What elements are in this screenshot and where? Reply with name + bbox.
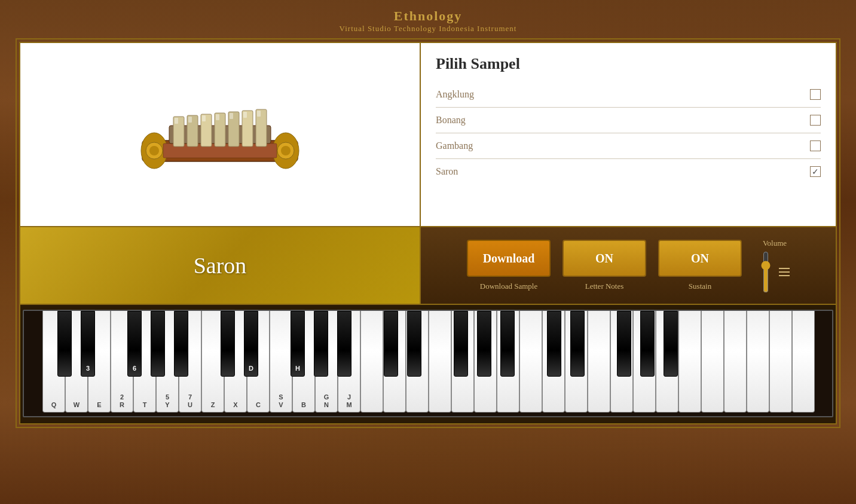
key-letter-m: M bbox=[346, 402, 351, 408]
piano-keyboard: Q W E 2 R bbox=[23, 310, 833, 417]
white-key-extra15[interactable] bbox=[678, 311, 701, 413]
black-key-3[interactable]: 6 bbox=[127, 311, 142, 377]
sample-checkbox-bonang[interactable] bbox=[810, 115, 821, 126]
keys-wrapper: Q W E 2 R bbox=[41, 311, 815, 413]
key-letter-t: T bbox=[143, 402, 147, 408]
black-key-number-h: H bbox=[295, 365, 300, 372]
key-letter-r: R bbox=[120, 402, 124, 408]
black-key-13[interactable] bbox=[454, 311, 468, 377]
white-key-extra16[interactable] bbox=[701, 311, 724, 413]
key-letter-w: W bbox=[74, 402, 80, 408]
black-key-10[interactable] bbox=[337, 311, 351, 377]
white-key-extra8[interactable] bbox=[519, 311, 542, 413]
app-subtitle: Virtual Studio Technology Indonesia Inst… bbox=[16, 24, 840, 33]
download-control-group: Download Download Sample bbox=[467, 240, 551, 291]
instrument-image-panel bbox=[20, 43, 421, 226]
black-key-11[interactable] bbox=[384, 311, 398, 377]
white-key-extra1[interactable] bbox=[360, 311, 383, 413]
key-letter-x: X bbox=[233, 402, 237, 408]
sample-name-gambang: Gambang bbox=[436, 140, 473, 151]
svg-rect-19 bbox=[216, 114, 219, 120]
sustain-control-group: ON Sustain bbox=[658, 240, 742, 291]
black-key-5[interactable] bbox=[174, 311, 188, 377]
key-number-g: G bbox=[324, 394, 329, 401]
sample-panel: Pilih Sampel Angklung Bonang Gambang bbox=[421, 43, 836, 226]
key-letter-y: Y bbox=[165, 402, 169, 408]
black-key-16[interactable] bbox=[547, 311, 561, 377]
app-title: Ethnology bbox=[16, 8, 840, 24]
black-key-17[interactable] bbox=[570, 311, 585, 377]
black-key-19[interactable] bbox=[640, 311, 655, 377]
key-letter-z: Z bbox=[211, 402, 215, 408]
black-key-6[interactable] bbox=[221, 311, 235, 377]
black-key-1[interactable] bbox=[57, 311, 72, 377]
sustain-sublabel: Sustain bbox=[689, 282, 711, 291]
key-letter-c: C bbox=[256, 402, 261, 408]
instrument-name-panel: Saron bbox=[20, 227, 421, 304]
key-number-j: J bbox=[347, 394, 351, 401]
letter-notes-button[interactable]: ON bbox=[562, 240, 646, 277]
volume-label: Volume bbox=[763, 239, 787, 248]
black-key-12[interactable] bbox=[407, 311, 421, 377]
key-number-s: S bbox=[279, 394, 283, 401]
volume-line-3 bbox=[779, 275, 790, 276]
svg-rect-21 bbox=[243, 112, 247, 118]
key-letter-e: E bbox=[97, 402, 101, 408]
sustain-button[interactable]: ON bbox=[658, 240, 742, 277]
black-key-4[interactable] bbox=[151, 311, 165, 377]
key-letter-v: V bbox=[279, 402, 283, 408]
instrument-name-label: Saron bbox=[194, 252, 247, 279]
sample-name-bonang: Bonang bbox=[436, 115, 466, 126]
letter-notes-control-group: ON Letter Notes bbox=[562, 240, 646, 291]
volume-lines bbox=[779, 268, 790, 276]
white-key-extra18[interactable] bbox=[747, 311, 769, 413]
key-number-7: 7 bbox=[188, 394, 192, 401]
sample-checkbox-angklung[interactable] bbox=[810, 89, 821, 100]
black-key-14[interactable] bbox=[477, 311, 491, 377]
download-sublabel: Download Sample bbox=[480, 282, 537, 291]
svg-point-6 bbox=[281, 146, 291, 155]
download-button[interactable]: Download bbox=[467, 240, 551, 277]
white-key-v[interactable]: S V bbox=[270, 311, 292, 413]
white-key-extra11[interactable] bbox=[588, 311, 610, 413]
sample-list: Angklung Bonang Gambang Saron ✓ bbox=[436, 82, 821, 184]
key-number-2: 2 bbox=[120, 394, 124, 401]
sample-item-saron[interactable]: Saron ✓ bbox=[436, 159, 821, 184]
svg-rect-17 bbox=[188, 117, 192, 123]
black-key-7[interactable]: D bbox=[244, 311, 258, 377]
black-key-9[interactable] bbox=[314, 311, 328, 377]
controls-panel: Download Download Sample ON Letter Notes… bbox=[421, 227, 836, 304]
white-key-extra17[interactable] bbox=[724, 311, 747, 413]
sample-checkbox-gambang[interactable] bbox=[810, 140, 821, 151]
svg-rect-16 bbox=[175, 118, 178, 124]
letter-notes-sublabel: Letter Notes bbox=[585, 282, 624, 291]
key-letter-u: U bbox=[188, 402, 192, 408]
keyboard-section: Q W E 2 R bbox=[19, 305, 837, 424]
sample-checkbox-saron[interactable]: ✓ bbox=[810, 166, 821, 177]
volume-slider[interactable] bbox=[760, 251, 772, 293]
white-key-extra20[interactable] bbox=[792, 311, 815, 413]
white-key-extra19[interactable] bbox=[769, 311, 792, 413]
black-key-number-d: D bbox=[249, 365, 253, 372]
sample-item-gambang[interactable]: Gambang bbox=[436, 133, 821, 159]
black-key-15[interactable] bbox=[500, 311, 515, 377]
white-key-extra4[interactable] bbox=[429, 311, 451, 413]
saron-svg bbox=[136, 99, 304, 170]
volume-group: Volume bbox=[760, 239, 790, 293]
svg-rect-22 bbox=[257, 111, 261, 117]
svg-rect-18 bbox=[202, 115, 206, 121]
volume-line-2 bbox=[779, 271, 790, 273]
black-key-2[interactable]: 3 bbox=[81, 311, 95, 377]
key-letter-b: B bbox=[301, 402, 306, 408]
sample-item-bonang[interactable]: Bonang bbox=[436, 108, 821, 133]
sample-name-angklung: Angklung bbox=[436, 89, 474, 100]
black-key-18[interactable] bbox=[617, 311, 631, 377]
black-key-8[interactable]: H bbox=[291, 311, 305, 377]
black-key-20[interactable] bbox=[664, 311, 678, 377]
instrument-image bbox=[136, 99, 304, 170]
svg-rect-20 bbox=[230, 113, 233, 119]
black-key-number-6: 6 bbox=[133, 365, 136, 372]
sample-item-angklung[interactable]: Angklung bbox=[436, 82, 821, 108]
key-letter-q: Q bbox=[51, 402, 57, 408]
key-letter-n: N bbox=[324, 402, 329, 408]
